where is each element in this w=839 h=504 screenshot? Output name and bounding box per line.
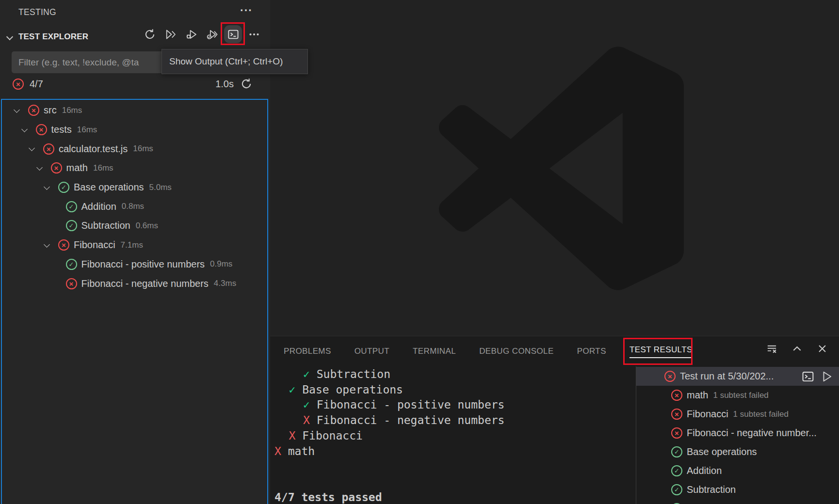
tests-failed-ratio: 4/7 <box>30 79 43 90</box>
tab-ports[interactable]: PORTS <box>577 346 606 356</box>
chevron-down-icon[interactable] <box>37 167 48 170</box>
test-passed-icon: ✓ <box>66 201 77 212</box>
result-item-base-operations[interactable]: ✓Base operations <box>636 442 839 461</box>
result-item-note: 1 subtest failed <box>713 391 768 400</box>
show-test-output-icon[interactable] <box>802 370 814 383</box>
rerun-icon[interactable] <box>240 78 253 91</box>
tree-item-label: Base operations <box>74 182 144 193</box>
tab-terminal[interactable]: TERMINAL <box>413 346 456 356</box>
run-tests-with-coverage-button[interactable] <box>206 28 219 41</box>
result-item-addition[interactable]: ✓Addition <box>636 461 839 480</box>
test-status-row: × 4/7 1.0s <box>13 74 253 94</box>
chevron-down-icon[interactable] <box>30 147 40 150</box>
result-item-subtraction[interactable]: ✓Subtraction <box>636 480 839 499</box>
editor-area <box>270 0 839 336</box>
test-passed-icon: ✓ <box>671 465 682 476</box>
output-line-text: Fibonacci - negative numbers <box>317 414 505 426</box>
show-output-button[interactable] <box>226 28 240 41</box>
tree-item-label: Fibonacci - negative numbers <box>81 278 209 289</box>
result-item-actions <box>802 367 833 386</box>
test-failed-icon: × <box>664 371 676 382</box>
tree-item-base-operations[interactable]: ✓Base operations5.0ms <box>2 178 267 197</box>
refresh-tests-button[interactable] <box>143 28 156 41</box>
result-item-label: Test run at 5/30/202... <box>680 371 774 382</box>
section-header-test-explorer[interactable]: TEST EXPLORER <box>18 32 88 42</box>
run-all-tests-button[interactable] <box>164 28 177 41</box>
annotation-box-test-results <box>623 338 693 365</box>
output-line-fibonacci-negative-numbers: X Fibonacci - negative numbers <box>274 413 504 428</box>
output-fail-mark: X <box>303 414 310 426</box>
test-failed-icon: × <box>671 409 682 420</box>
output-line-fibonacci-positive-numbers: ✓ Fibonacci - positive numbers <box>274 397 504 413</box>
tree-item-label: Fibonacci <box>74 239 115 251</box>
output-line-text: Subtraction <box>317 368 390 380</box>
test-failed-icon: × <box>36 124 47 135</box>
chevron-down-icon[interactable] <box>6 33 13 40</box>
test-failed-icon: × <box>43 143 54 155</box>
tree-item-label: Fibonacci - positive numbers <box>81 259 205 270</box>
maximize-panel-icon[interactable] <box>791 342 803 355</box>
tree-item-label: Subtraction <box>81 220 130 231</box>
tab-problems[interactable]: PROBLEMS <box>284 346 331 356</box>
tree-item-tests[interactable]: ×tests16ms <box>2 120 267 140</box>
test-failed-icon: × <box>51 162 62 173</box>
output-line-text: math <box>288 445 315 457</box>
tree-item-duration: 16ms <box>93 163 113 173</box>
tree-item-duration: 4.3ms <box>214 279 236 288</box>
vscode-logo-watermark <box>439 46 684 291</box>
views-more-actions-icon[interactable]: ··· <box>240 4 253 17</box>
tree-item-duration: 0.8ms <box>122 202 144 211</box>
tree-item-fibonacci-positive-numbers[interactable]: ✓Fibonacci - positive numbers0.9ms <box>2 255 267 274</box>
panel-actions <box>765 342 828 355</box>
test-passed-icon: ✓ <box>66 259 77 270</box>
tree-item-duration: 5.0ms <box>149 183 172 192</box>
testing-sidebar: TESTING ··· TEST EXPLORER × 4/7 1.0s ×sr… <box>0 0 270 504</box>
chevron-down-icon[interactable] <box>15 109 25 112</box>
output-line-text: Fibonacci - positive numbers <box>317 398 505 411</box>
output-pass-mark: ✓ <box>303 398 310 411</box>
result-item-label: Addition <box>687 465 722 476</box>
rerun-test-icon[interactable] <box>821 370 833 383</box>
result-item-label: Fibonacci - negative number... <box>687 427 817 439</box>
debug-all-tests-button[interactable] <box>185 28 198 41</box>
test-results-tree: ×Test run at 5/30/202...×math1 subtest f… <box>636 366 839 504</box>
tab-test-results[interactable]: TEST RESULTS <box>629 345 693 358</box>
tree-item-fibonacci[interactable]: ×Fibonacci7.1ms <box>2 236 267 255</box>
chevron-down-icon[interactable] <box>45 244 55 247</box>
result-item-partial[interactable]: ✓ <box>636 499 839 504</box>
tree-item-label: src <box>44 105 57 116</box>
tree-item-math[interactable]: ×math16ms <box>2 158 267 178</box>
tree-item-addition[interactable]: ✓Addition0.8ms <box>2 197 267 216</box>
result-item-fibonacci-negative-number[interactable]: ×Fibonacci - negative number... <box>636 424 839 442</box>
tree-item-src[interactable]: ×src16ms <box>2 101 267 120</box>
tree-item-label: math <box>66 162 88 173</box>
tree-item-fibonacci-negative-numbers[interactable]: ×Fibonacci - negative numbers4.3ms <box>2 274 267 293</box>
show-output-tooltip: Show Output (Ctrl+; Ctrl+O) <box>161 49 308 74</box>
tree-item-label: calculator.test.js <box>59 143 128 155</box>
test-passed-icon: ✓ <box>671 446 682 457</box>
output-summary: 4/7 tests passed <box>274 490 504 504</box>
more-actions-button[interactable] <box>247 28 260 41</box>
test-explorer-toolbar <box>143 28 260 41</box>
output-pass-mark: ✓ <box>303 368 310 380</box>
tree-item-calculator-test-js[interactable]: ×calculator.test.js16ms <box>2 139 267 158</box>
result-item-fibonacci[interactable]: ×Fibonacci1 subtest failed <box>636 405 839 424</box>
bottom-panel: PROBLEMSOUTPUTTERMINALDEBUG CONSOLEPORTS… <box>270 336 839 504</box>
close-panel-icon[interactable] <box>816 342 828 355</box>
result-item-math[interactable]: ×math1 subtest failed <box>636 386 839 405</box>
result-item-test-run-at-5-30-202[interactable]: ×Test run at 5/30/202... <box>636 367 839 386</box>
sidebar-title: TESTING <box>18 7 56 17</box>
clear-output-icon[interactable] <box>765 342 778 355</box>
chevron-down-icon[interactable] <box>22 128 33 131</box>
chevron-down-icon[interactable] <box>45 186 55 189</box>
output-line-base-operations: ✓ Base operations <box>274 382 504 398</box>
tree-item-duration: 16ms <box>62 106 82 115</box>
tab-debug-console[interactable]: DEBUG CONSOLE <box>479 346 554 356</box>
tab-output[interactable]: OUTPUT <box>355 346 389 356</box>
test-failed-icon: × <box>671 390 682 401</box>
tree-item-subtraction[interactable]: ✓Subtraction0.6ms <box>2 216 267 236</box>
output-fail-mark: X <box>274 445 281 457</box>
test-passed-icon: ✓ <box>58 182 69 193</box>
test-failed-icon: × <box>28 105 39 116</box>
result-item-label: Base operations <box>687 446 757 457</box>
